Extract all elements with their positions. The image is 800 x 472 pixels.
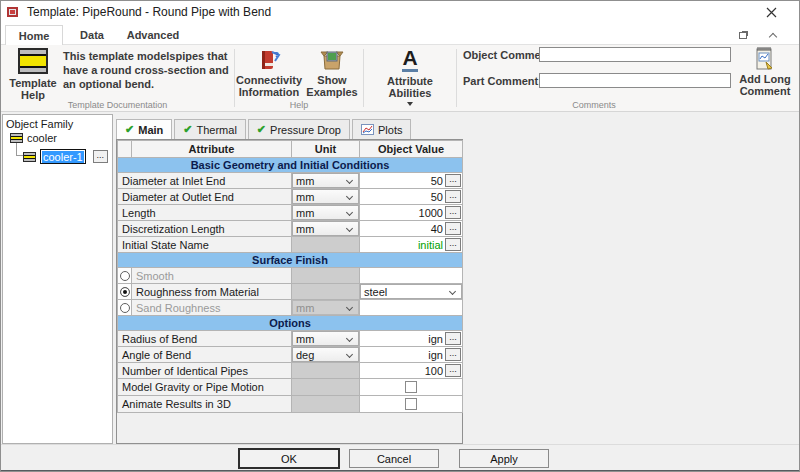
ellipsis-button[interactable]: ...	[445, 206, 461, 219]
value-cell	[360, 300, 463, 316]
tree-item-child[interactable]: cooler-1 ...	[23, 149, 108, 164]
attribute-row: Sand Roughnessmm	[118, 300, 463, 316]
tab-pressure-drop[interactable]: ✔ Pressure Drop	[248, 119, 350, 139]
tab-thermal[interactable]: ✔ Thermal	[174, 119, 246, 139]
value-cell[interactable]: 1000...	[360, 205, 463, 221]
value-cell[interactable]: initial...	[360, 237, 463, 253]
show-examples-label: Show Examples	[305, 74, 359, 98]
attribute-label: Smooth	[132, 268, 292, 284]
editor-tab-bar: ✔ Main ✔ Thermal ✔ Pressure Drop	[116, 119, 413, 139]
attribute-abilities-button[interactable]: A Attribute Abilities	[366, 48, 454, 106]
radio-cell[interactable]	[118, 284, 132, 300]
rename-editbox[interactable]: cooler-1	[40, 149, 86, 164]
tab-plots[interactable]: Plots	[352, 119, 411, 139]
connectivity-information-button[interactable]: ? Connectivity Information	[237, 48, 301, 98]
attribute-row: Initial State Nameinitial...	[118, 237, 463, 253]
ellipsis-button[interactable]: ...	[93, 150, 108, 163]
value-text[interactable]: ign	[428, 349, 443, 361]
ellipsis-button[interactable]: ...	[445, 222, 461, 235]
unit-dropdown[interactable]: mm	[292, 189, 359, 204]
radio-cell[interactable]	[118, 268, 132, 284]
tab-data[interactable]: Data	[67, 25, 117, 45]
example-box-icon	[320, 48, 344, 72]
attribute-label: Radius of Bend	[118, 331, 292, 347]
check-icon: ✔	[257, 123, 266, 136]
value-cell[interactable]: 50...	[360, 189, 463, 205]
ellipsis-button[interactable]: ...	[445, 190, 461, 203]
add-long-comment-button[interactable]: Add Long Comment	[735, 46, 795, 97]
unit-dropdown[interactable]: mm	[292, 331, 359, 346]
section-header: Options	[118, 316, 463, 331]
close-button[interactable]	[757, 4, 785, 21]
radio-selected-icon[interactable]	[120, 287, 130, 297]
ellipsis-button[interactable]: ...	[445, 332, 461, 345]
attribute-label: Number of Identical Pipes	[118, 363, 292, 379]
value-wrap: 100...	[360, 364, 462, 377]
part-comment-input[interactable]	[539, 73, 731, 88]
value-cell[interactable]: ign...	[360, 347, 463, 363]
section-header: Surface Finish	[118, 253, 463, 268]
object-comment-input[interactable]	[539, 47, 731, 62]
value-checkbox[interactable]	[405, 381, 417, 393]
value-cell[interactable]: ign...	[360, 331, 463, 347]
value-dropdown[interactable]: steel	[360, 284, 462, 299]
cancel-button[interactable]: Cancel	[349, 449, 439, 468]
unit-dropdown[interactable]: mm	[292, 221, 359, 236]
dropdown-arrow-icon	[407, 102, 413, 106]
template-help-button[interactable]: Template Help	[7, 48, 59, 101]
value-text[interactable]: 50	[431, 191, 443, 203]
tab-home[interactable]: Home	[5, 25, 63, 45]
attribute-row: Diameter at Inlet Endmm50...	[118, 173, 463, 189]
value-text[interactable]: 1000	[419, 207, 443, 219]
notepad-pencil-icon	[754, 46, 776, 72]
group-attribute-abilities: A Attribute Abilities	[364, 45, 456, 111]
show-examples-button[interactable]: Show Examples	[305, 48, 359, 98]
value-text[interactable]: 100	[425, 365, 443, 377]
column-header-unit: Unit	[292, 141, 360, 158]
group-comments: Object Comment: Part Comment: Add Long C…	[457, 45, 797, 111]
tab-advanced[interactable]: Advanced	[119, 25, 187, 45]
radio-unselected-icon[interactable]	[120, 271, 130, 281]
section-row: Surface Finish	[118, 253, 463, 268]
unit-cell: mm	[292, 221, 360, 237]
unit-dropdown[interactable]: mm	[292, 173, 359, 188]
radio-unselected-icon[interactable]	[120, 303, 130, 313]
tree-item-child-label: cooler-1	[42, 151, 84, 163]
unit-dropdown[interactable]: mm	[292, 205, 359, 220]
tree-item-root[interactable]: cooler	[10, 132, 57, 144]
chevron-down-icon	[346, 225, 353, 232]
attribute-label: Model Gravity or Pipe Motion	[118, 379, 292, 396]
value-cell[interactable]: 40...	[360, 221, 463, 237]
value-checkbox[interactable]	[405, 398, 417, 410]
value-text[interactable]: ign	[428, 333, 443, 345]
chevron-down-icon	[346, 177, 353, 184]
collapse-ribbon-button[interactable]	[765, 28, 781, 42]
attribute-table-body: Basic Geometry and Initial ConditionsDia…	[118, 158, 463, 413]
value-text[interactable]: initial	[418, 239, 443, 251]
tab-main[interactable]: ✔ Main	[116, 119, 172, 139]
apply-button[interactable]: Apply	[459, 449, 549, 468]
ellipsis-button[interactable]: ...	[445, 364, 461, 377]
value-text[interactable]: 50	[431, 175, 443, 187]
ellipsis-button[interactable]: ...	[445, 238, 461, 251]
value-cell[interactable]: 100...	[360, 363, 463, 379]
ellipsis-button[interactable]: ...	[445, 174, 461, 187]
ok-button[interactable]: OK	[239, 449, 339, 468]
attribute-row: Model Gravity or Pipe Motion	[118, 379, 463, 396]
unit-cell: mm	[292, 189, 360, 205]
footer-bar: OK Cancel Apply	[1, 444, 799, 472]
unit-cell	[292, 268, 360, 284]
radio-cell[interactable]	[118, 300, 132, 316]
value-cell[interactable]: 50...	[360, 173, 463, 189]
value-dropdown-text: steel	[364, 286, 387, 298]
ellipsis-button[interactable]: ...	[445, 348, 461, 361]
unit-dropdown[interactable]: deg	[292, 347, 359, 362]
ribbon-pin-button[interactable]	[735, 28, 751, 42]
value-wrap: 40...	[360, 222, 462, 235]
value-text[interactable]: 40	[431, 223, 443, 235]
title-bar: Template: PipeRound - Round Pipe with Be…	[1, 1, 799, 23]
chevron-down-icon	[346, 209, 353, 216]
attribute-label: Angle of Bend	[118, 347, 292, 363]
attribute-editor: ✔ Main ✔ Thermal ✔ Pressure Drop	[116, 119, 463, 444]
unit-cell	[292, 379, 360, 396]
